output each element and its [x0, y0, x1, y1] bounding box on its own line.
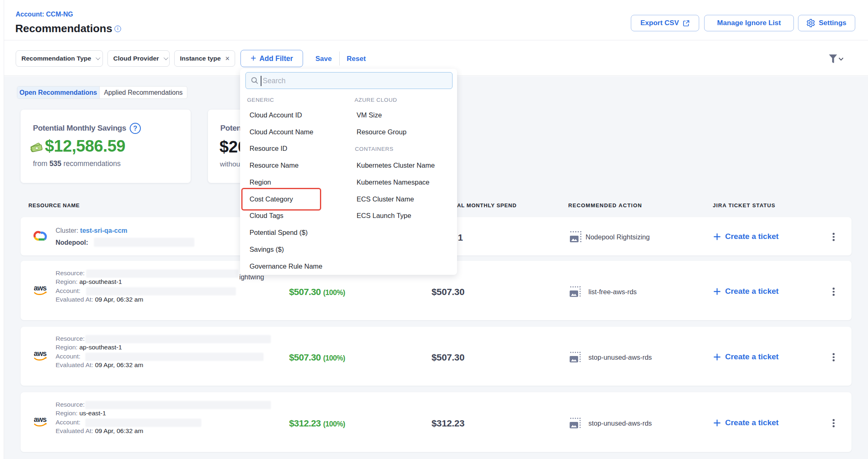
svg-text:aws: aws	[34, 349, 47, 358]
svg-text:aws: aws	[34, 415, 47, 424]
svg-text:aws: aws	[34, 284, 47, 292]
